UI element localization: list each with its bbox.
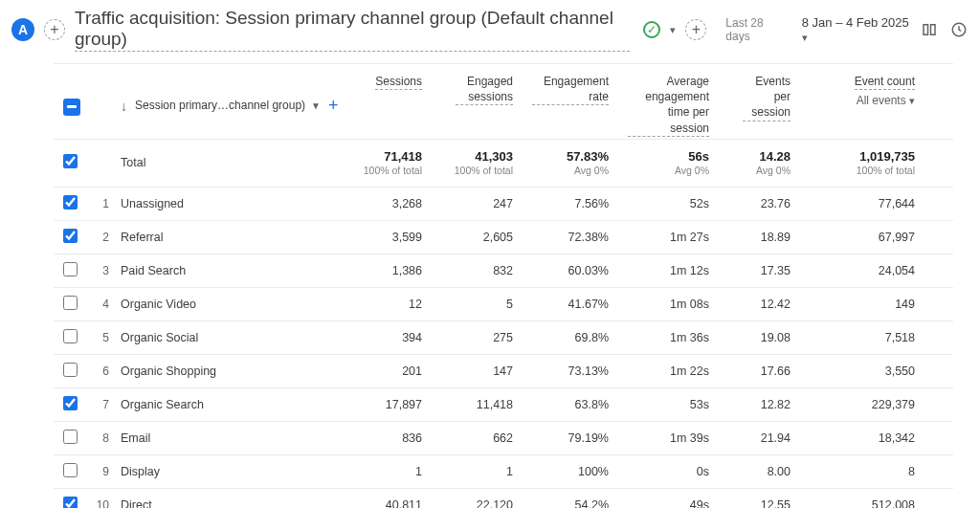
table-row[interactable]: 3Paid Search1,38683260.03%1m 12s17.3524,… (54, 254, 953, 287)
cell-time: 1m 08s (618, 287, 719, 320)
row-checkbox[interactable] (63, 463, 78, 477)
row-name[interactable]: Direct (111, 488, 341, 508)
cell-key: 30,541. (924, 488, 953, 508)
add-dimension-button[interactable]: + (328, 96, 339, 116)
cell-sessions: 3,599 (341, 220, 432, 254)
avatar[interactable]: A (11, 18, 34, 41)
cell-engaged: 2,605 (432, 220, 523, 254)
row-index: 6 (86, 354, 111, 387)
col-key-events[interactable]: Key eventsAll events ▾ (924, 64, 953, 139)
row-checkbox[interactable] (63, 262, 78, 276)
row-name[interactable]: Organic Video (111, 287, 341, 320)
cell-count: 3,550 (800, 354, 924, 387)
cell-sessions: 394 (341, 320, 432, 354)
row-checkbox[interactable] (63, 430, 78, 444)
cell-rate: 54.2% (523, 488, 618, 508)
cell-key: 0. (924, 454, 953, 488)
row-name[interactable]: Unassigned (111, 187, 341, 220)
cell-key: 5. (924, 287, 953, 320)
cell-count: 512,008 (800, 488, 924, 508)
table-row[interactable]: 7Organic Search17,89711,41863.8%53s12.82… (54, 387, 953, 421)
row-name[interactable]: Display (111, 454, 341, 488)
cell-eps: 17.35 (719, 254, 800, 287)
cell-count: 229,379 (800, 387, 924, 421)
table-row[interactable]: 9Display11100%0s8.0080. (54, 454, 953, 488)
cell-key: 323. (924, 354, 953, 387)
cell-rate: 72.38% (523, 220, 618, 254)
row-index: 4 (86, 287, 111, 320)
cell-eps: 18.89 (719, 220, 800, 254)
col-events-per-session[interactable]: Events per session (719, 64, 800, 139)
col-avg-engagement-time[interactable]: Average engagement time per session (618, 64, 719, 139)
cell-engaged: 247 (432, 187, 523, 220)
row-name[interactable]: Paid Search (111, 254, 341, 287)
cell-engaged: 1 (432, 454, 523, 488)
cell-time: 1m 27s (618, 220, 719, 254)
insights-icon[interactable] (949, 19, 969, 40)
row-name[interactable]: Referral (111, 220, 341, 254)
cell-rate: 100% (523, 454, 618, 488)
cell-eps: 12.42 (719, 287, 800, 320)
table-row[interactable]: 5Organic Social39427569.8%1m 36s19.087,5… (54, 320, 953, 354)
col-engaged-sessions[interactable]: Engaged sessions (432, 64, 523, 139)
row-name[interactable]: Email (111, 421, 341, 454)
table-row[interactable]: 10Direct40,81122,12054.2%49s12.55512,008… (54, 488, 953, 508)
row-checkbox[interactable] (63, 195, 78, 210)
col-sessions[interactable]: Sessions (341, 64, 432, 139)
cell-time: 1m 22s (618, 354, 719, 387)
row-checkbox[interactable] (63, 363, 78, 377)
row-checkbox[interactable] (63, 396, 78, 410)
table-row[interactable]: 1Unassigned3,2682477.56%52s23.7677,6442,… (54, 187, 953, 220)
row-index: 1 (86, 187, 111, 220)
chevron-down-icon[interactable]: ▾ (909, 95, 915, 106)
date-range-value[interactable]: 8 Jan – 4 Feb 2025 ▾ (802, 15, 910, 44)
col-engagement-rate[interactable]: Engagement rate (523, 64, 618, 139)
dimension-selector[interactable]: Session primary…channel group) (135, 99, 305, 113)
table-row[interactable]: 8Email83666279.19%1m 39s21.9418,3421,912… (54, 421, 953, 454)
cell-rate: 73.13% (523, 354, 618, 387)
status-check-icon[interactable]: ✓ (643, 21, 660, 38)
cell-engaged: 5 (432, 287, 523, 320)
row-name[interactable]: Organic Social (111, 320, 341, 354)
cell-engaged: 275 (432, 320, 523, 354)
compare-icon[interactable] (920, 19, 939, 40)
cell-sessions: 3,268 (341, 187, 432, 220)
cell-eps: 21.94 (719, 421, 800, 454)
select-all-toggle[interactable] (63, 99, 80, 116)
row-index: 2 (86, 220, 111, 254)
svg-rect-1 (931, 25, 936, 35)
row-checkbox[interactable] (63, 497, 78, 509)
sort-arrow-icon[interactable]: ↓ (121, 99, 127, 114)
report-header: A + Traffic acquisition: Session primary… (0, 0, 980, 57)
table-row[interactable]: 6Organic Shopping20114773.13%1m 22s17.66… (54, 354, 953, 387)
report-title[interactable]: Traffic acquisition: Session primary cha… (75, 8, 630, 52)
row-name[interactable]: Organic Search (111, 387, 341, 421)
table-row[interactable]: 2Referral3,5992,60572.38%1m 27s18.8967,9… (54, 220, 953, 254)
chevron-down-icon[interactable]: ▼ (311, 100, 321, 111)
data-table-panel: ↓ Session primary…channel group) ▼ + Ses… (54, 63, 953, 508)
cell-rate: 60.03% (523, 254, 618, 287)
chevron-down-icon: ▾ (802, 32, 808, 43)
cell-rate: 63.8% (523, 387, 618, 421)
svg-rect-0 (924, 25, 928, 35)
cell-key: 14,292. (924, 387, 953, 421)
row-checkbox[interactable] (63, 229, 78, 243)
cell-count: 77,644 (800, 187, 924, 220)
table-row[interactable]: 4Organic Video12541.67%1m 08s12.421495. (54, 287, 953, 320)
cell-eps: 12.55 (719, 488, 800, 508)
cell-eps: 23.76 (719, 187, 800, 220)
total-row: Total71,418100% of total41,303100% of to… (54, 139, 953, 187)
cell-engaged: 147 (432, 354, 523, 387)
cell-time: 49s (618, 488, 719, 508)
row-checkbox[interactable] (63, 154, 78, 168)
chevron-down-icon[interactable]: ▾ (670, 24, 676, 36)
add-comparison-button[interactable]: + (685, 19, 706, 40)
row-checkbox[interactable] (63, 329, 78, 343)
row-index: 5 (86, 320, 111, 354)
cell-count: 7,518 (800, 320, 924, 354)
row-checkbox[interactable] (63, 296, 78, 310)
row-index: 9 (86, 454, 111, 488)
add-segment-button[interactable]: + (44, 19, 65, 40)
col-event-count[interactable]: Event countAll events ▾ (800, 64, 924, 139)
row-name[interactable]: Organic Shopping (111, 354, 341, 387)
